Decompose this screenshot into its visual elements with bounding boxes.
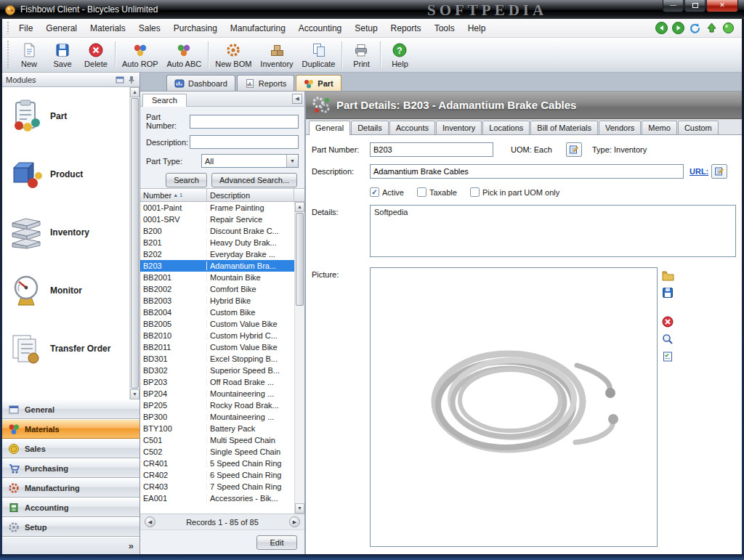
print-button[interactable]: Print bbox=[344, 38, 378, 72]
part-row[interactable]: B200 Discount Brake C... bbox=[140, 225, 294, 237]
detail-tab[interactable]: Memo bbox=[642, 121, 677, 134]
maximize-button[interactable] bbox=[684, 0, 705, 12]
part-row[interactable]: CR402 6 Speed Chain Ring bbox=[140, 469, 294, 481]
scroll-up-icon[interactable]: ▲ bbox=[295, 202, 304, 212]
module-item-monitor[interactable]: Monitor bbox=[2, 261, 129, 320]
sidebar-item-accounting[interactable]: Accounting bbox=[2, 498, 140, 517]
part-row[interactable]: BB2002 Comfort Bike bbox=[140, 283, 294, 295]
menu-item[interactable]: General bbox=[39, 20, 84, 36]
scroll-down-icon[interactable]: ▼ bbox=[130, 389, 140, 399]
close-button[interactable]: ✕ bbox=[706, 0, 738, 12]
scrollbar-thumb[interactable] bbox=[296, 213, 304, 306]
part-type-select[interactable]: All ▼ bbox=[201, 154, 299, 168]
part-row[interactable]: B202 Everyday Brake ... bbox=[140, 248, 294, 260]
collapse-chevron-icon[interactable]: » bbox=[129, 540, 134, 551]
tab-reports[interactable]: Reports bbox=[237, 75, 295, 91]
part-row[interactable]: EA001 Accessories - Bik... bbox=[140, 492, 294, 504]
paste-image-icon[interactable] bbox=[662, 351, 674, 362]
detail-tab[interactable]: Inventory bbox=[436, 121, 482, 134]
new-bom-button[interactable]: New BOM bbox=[211, 38, 256, 72]
detail-tab[interactable]: Vendors bbox=[599, 121, 641, 134]
detail-tab[interactable]: Accounts bbox=[389, 121, 435, 134]
part-row[interactable]: BP205 Rocky Road Brak... bbox=[140, 399, 294, 411]
next-page-icon[interactable]: ▶ bbox=[289, 516, 300, 527]
module-item-transfer-order[interactable]: Transfer Order bbox=[2, 320, 129, 378]
module-item-product[interactable]: Product bbox=[2, 145, 129, 203]
modules-scrollbar[interactable]: ▲ ▼ bbox=[129, 87, 140, 399]
part-row[interactable]: BB2010 Custom Hybrid C... bbox=[140, 330, 294, 341]
search-tab[interactable]: Search bbox=[142, 94, 187, 107]
module-item-inventory[interactable]: Inventory bbox=[2, 203, 129, 261]
auto-abc-button[interactable]: Auto ABC bbox=[163, 38, 206, 72]
menu-item[interactable]: Sales bbox=[132, 20, 167, 36]
nav-up-icon[interactable] bbox=[705, 22, 718, 34]
part-row[interactable]: B203 Adamantium Bra... bbox=[140, 260, 294, 272]
details-textarea[interactable]: Softpedia bbox=[370, 205, 736, 257]
minimize-button[interactable]: — bbox=[663, 0, 684, 12]
window-layout-icon[interactable] bbox=[116, 76, 124, 84]
save-image-icon[interactable] bbox=[662, 287, 674, 299]
description-input[interactable] bbox=[190, 135, 299, 149]
part-row[interactable]: CR401 5 Speed Chain Ring bbox=[140, 458, 294, 469]
detail-tab[interactable]: Bill of Materials bbox=[530, 121, 598, 134]
sidebar-item-setup[interactable]: Setup bbox=[2, 517, 140, 537]
zoom-image-icon[interactable] bbox=[662, 333, 674, 345]
sidebar-item-sales[interactable]: Sales bbox=[2, 439, 140, 458]
part-row[interactable]: BP203 Off Road Brake ... bbox=[140, 376, 294, 388]
part-row[interactable]: C501 Multi Speed Chain bbox=[140, 434, 294, 446]
menu-item[interactable]: Setup bbox=[348, 20, 384, 36]
part-row[interactable]: BP300 Mountaineering ... bbox=[140, 411, 294, 423]
part-row[interactable]: BD301 Excel Stopping B... bbox=[140, 353, 294, 365]
nav-forward-icon[interactable] bbox=[672, 22, 684, 34]
scroll-up-icon[interactable]: ▲ bbox=[130, 87, 140, 97]
auto-rop-button[interactable]: Auto ROP bbox=[118, 38, 163, 72]
part-row[interactable]: BD302 Superior Speed B... bbox=[140, 365, 294, 376]
taxable-checkbox[interactable]: Taxable bbox=[417, 187, 457, 197]
part-row[interactable]: B201 Heavy Duty Brak... bbox=[140, 237, 294, 248]
parts-table-scrollbar[interactable]: ▲ ▼ bbox=[294, 202, 304, 514]
part-row[interactable]: BB2001 Mountain Bike bbox=[140, 272, 294, 283]
part-row[interactable]: CR403 7 Speed Chain Ring bbox=[140, 481, 294, 492]
module-item-part[interactable]: Part bbox=[2, 87, 129, 145]
part-row[interactable]: 0001-SRV Repair Service bbox=[140, 214, 294, 225]
menu-item[interactable]: Purchasing bbox=[167, 20, 224, 36]
remove-image-icon[interactable] bbox=[662, 316, 674, 328]
save-button[interactable]: Save bbox=[46, 38, 79, 72]
part-row[interactable]: BB2004 Custom Bike bbox=[140, 307, 294, 318]
scroll-down-icon[interactable]: ▼ bbox=[295, 503, 304, 514]
menu-item[interactable]: Materials bbox=[84, 20, 132, 36]
active-checkbox[interactable]: ✓ Active bbox=[370, 187, 404, 197]
part-row[interactable]: BB2003 Hybrid Bike bbox=[140, 295, 294, 307]
edit-button[interactable]: Edit bbox=[256, 535, 297, 550]
detail-tab[interactable]: Locations bbox=[482, 121, 530, 134]
part-number-field[interactable] bbox=[370, 142, 493, 157]
sidebar-item-purchasing[interactable]: Purchasing bbox=[2, 458, 140, 478]
delete-button[interactable]: Delete bbox=[79, 38, 113, 72]
advanced-search-button[interactable]: Advanced Search... bbox=[211, 173, 297, 187]
description-field[interactable] bbox=[370, 164, 684, 179]
duplicate-button[interactable]: Duplicate bbox=[298, 38, 340, 72]
collapse-panel-icon[interactable]: ◀ bbox=[292, 94, 302, 104]
scrollbar-thumb[interactable] bbox=[131, 98, 139, 389]
nav-back-icon[interactable] bbox=[655, 22, 668, 34]
detail-tab[interactable]: General bbox=[309, 121, 350, 135]
tab-part[interactable]: Part bbox=[296, 75, 341, 91]
part-row[interactable]: BP204 Mountaineering ... bbox=[140, 388, 294, 399]
help-button[interactable]: ? Help bbox=[383, 38, 416, 72]
part-row[interactable]: 0001-Paint Frame Painting bbox=[140, 202, 294, 214]
search-button[interactable]: Search bbox=[166, 173, 207, 187]
open-folder-icon[interactable] bbox=[662, 270, 674, 281]
tab-dashboard[interactable]: Dashboard bbox=[166, 75, 235, 91]
pick-in-part-uom-checkbox[interactable]: Pick in part UOM only bbox=[470, 187, 559, 197]
menu-item[interactable]: Manufacturing bbox=[224, 20, 292, 36]
menu-item[interactable]: Tools bbox=[428, 20, 461, 36]
part-row[interactable]: BB2011 Custom Value Bike bbox=[140, 341, 294, 353]
sidebar-item-manufacturing[interactable]: Manufacturing bbox=[2, 478, 140, 498]
part-row[interactable]: BTY100 Battery Pack bbox=[140, 423, 294, 434]
url-link[interactable]: URL: bbox=[690, 167, 708, 176]
menu-item[interactable]: File bbox=[12, 20, 39, 36]
detail-tab[interactable]: Details bbox=[351, 121, 389, 134]
nav-refresh-icon[interactable] bbox=[689, 22, 701, 34]
part-number-input[interactable] bbox=[190, 115, 299, 129]
column-header-number[interactable]: Number ▲ 1 bbox=[140, 189, 207, 202]
